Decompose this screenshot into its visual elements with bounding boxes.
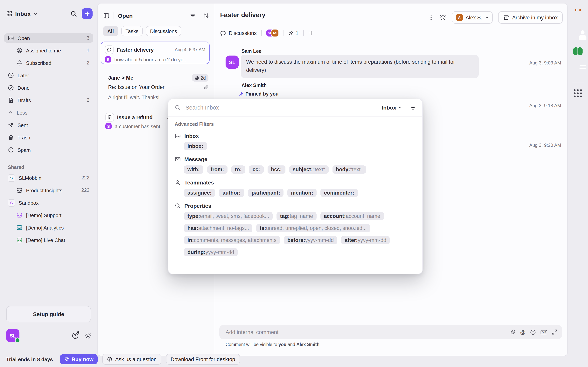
note-and: and [286,342,296,347]
message-timestamp: Aug 3, 9:20 AM [529,142,561,148]
scope-label: Inbox [382,104,396,111]
conversation-item-selected[interactable]: Faster delivery Aug 4, 6:37 AM S how abo… [101,42,210,64]
check-circle-icon [8,85,14,91]
send-icon [8,122,14,128]
sidebar-item-sandbox[interactable]: S Sandbox [4,198,93,207]
more-options-icon[interactable] [428,15,434,20]
sidebar-item-open[interactable]: Open 3 [4,33,93,43]
filter-chip[interactable]: inbox: [184,142,207,150]
search-icon[interactable] [70,10,77,17]
participant-avatars[interactable]: SL AS [266,30,278,36]
chip-list: inbox: [184,142,415,150]
filter-chip[interactable]: during:yyyy-mm-dd [184,248,238,256]
chip-list: with:from:to:cc:bcc:subject:"text"body:"… [184,166,415,174]
sort-icon[interactable] [203,12,209,19]
filter-chip[interactable]: with: [184,166,203,174]
filter-chip[interactable]: bcc: [268,166,285,174]
filter-chip[interactable]: before:yyyy-mm-dd [284,236,337,244]
thread-title: Faster delivery [220,11,265,19]
trial-footer: Trial ends in 8 days Buy now Ask us a qu… [0,351,588,367]
sidebar-item-less[interactable]: Less [4,108,93,117]
workspace-badge: S [8,199,15,206]
sidebar-item-demo-analytics[interactable]: [Demo] Analytics [4,223,93,232]
sidebar-item-demo-live-chat[interactable]: [Demo] Live Chat [4,235,93,245]
search-scope-selector[interactable]: Inbox [382,104,402,111]
sidebar-item-label: Sent [17,122,28,128]
expand-icon[interactable] [552,329,557,335]
search-filter-icon[interactable] [410,104,416,111]
knowledge-base-icon[interactable] [573,47,583,55]
sidebar-item-demo-support[interactable]: [Demo] Support [4,210,93,220]
download-desktop-button[interactable]: Download Front for desktop [166,354,240,365]
filter-chip[interactable]: account:account_name [320,212,384,220]
setup-guide-button[interactable]: Setup guide [6,306,91,322]
tab-discussions[interactable]: Discussions [146,26,182,36]
sidebar-item-sent[interactable]: Sent [4,120,93,130]
gear-icon[interactable] [84,332,92,339]
sidebar-item-done[interactable]: Done [4,83,93,92]
filter-chip[interactable]: tag:tag_name [277,212,317,220]
sidebar-item-count: 1 [87,48,89,53]
tab-tasks[interactable]: Tasks [121,26,143,36]
filter-chip[interactable]: is:unread, unreplied, open, closed, snoo… [257,224,370,232]
sidebar-item-label: [Demo] Analytics [26,225,64,231]
filter-chip[interactable]: from: [207,166,227,174]
archive-button[interactable]: Archive in my inbox [498,11,563,24]
chevron-down-icon [398,106,402,109]
compose-button[interactable] [82,8,93,19]
pinned-by-row: Pinned by you [238,91,279,97]
filter-chip[interactable]: participant: [248,189,284,197]
workspace-title[interactable]: Inbox [15,10,31,17]
filter-chip[interactable]: in:comments, messages, attachments [184,236,280,244]
sidebar-item-trash[interactable]: Trash [4,133,93,142]
filter-chip[interactable]: commenter: [321,189,358,197]
filter-chip[interactable]: cc: [249,166,264,174]
channel-tab-discussions[interactable]: Discussions [220,30,257,36]
mention-icon[interactable]: @ [520,329,525,335]
user-avatar[interactable]: SL [6,329,19,342]
tab-all[interactable]: All [103,26,118,36]
filter-chip[interactable]: mention: [288,189,317,197]
filter-chip[interactable]: to: [231,166,245,174]
chip-key: mention: [291,190,313,196]
search-icon [175,104,181,111]
filter-chip[interactable]: subject:"text" [289,166,329,174]
help-button[interactable] [71,332,79,339]
sidebar-item-assigned-to-me[interactable]: Assigned to me 1 [4,46,93,55]
filter-chip[interactable]: body:"text" [332,166,366,174]
chip-value: yyyy-mm-dd [206,249,234,255]
person-circle-icon [16,47,23,54]
buy-now-button[interactable]: Buy now [60,354,98,364]
comment-composer[interactable]: Add internal comment @ GIF [219,325,562,339]
sidebar-item-label: [Demo] Support [26,212,61,218]
filter-chip[interactable]: type:email, tweet, sms, facebook... [184,212,273,220]
sidebar-item-spam[interactable]: Spam [4,145,93,155]
sidebar-item-product-insights[interactable]: Product Insights 222 [4,186,93,195]
gif-icon[interactable]: GIF [541,330,547,334]
pinned-count[interactable]: 1 [288,30,298,36]
chip-key: body: [336,167,350,172]
collapse-panel-icon[interactable] [103,12,110,19]
sidebar-item-later[interactable]: Later [4,71,93,80]
sidebar-item-slmobbin[interactable]: S SLMobbin 222 [4,173,93,183]
sender-avatar: S [105,56,111,63]
filter-chip[interactable]: has:attachment, no-tags... [184,224,253,232]
apps-grid-icon[interactable] [574,89,582,97]
filter-chip[interactable]: author: [219,189,244,197]
workspace-grid-icon[interactable] [6,10,12,17]
sidebar-item-drafts[interactable]: Drafts 2 [4,96,93,105]
sidebar-item-subscribed[interactable]: Subscribed 2 [4,58,93,67]
sidebar-item-count: 2 [87,98,89,103]
ask-question-button[interactable]: Ask us a question [102,354,161,365]
assignee-selector[interactable]: A Alex S. [452,11,493,24]
filter-icon[interactable] [190,12,196,19]
attach-icon[interactable] [510,329,516,335]
section-title: Message [184,156,207,162]
add-participant-icon[interactable] [308,30,314,36]
emoji-icon[interactable] [530,329,536,335]
search-input[interactable] [185,104,378,111]
filter-chip[interactable]: assignee: [184,189,215,197]
snooze-alarm-icon[interactable] [440,14,446,21]
chip-key: cc: [253,167,260,172]
filter-chip[interactable]: after:yyyy-mm-dd [341,236,390,244]
